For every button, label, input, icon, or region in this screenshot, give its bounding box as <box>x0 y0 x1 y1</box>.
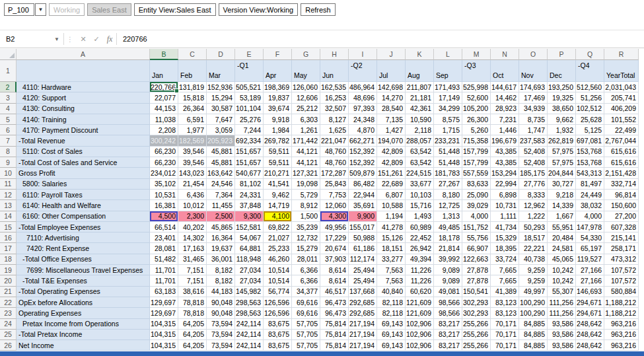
cell-I21[interactable]: 137,668 <box>349 287 377 297</box>
cell-C9[interactable]: 39,546 <box>178 157 207 168</box>
cell-H15[interactable]: 49,956 <box>320 222 349 232</box>
cell-C23[interactable]: 78,818 <box>178 308 207 318</box>
cell-P3[interactable]: 19,325 <box>548 92 576 103</box>
row-header-10[interactable]: 10 <box>0 168 17 178</box>
col-header-A[interactable]: A <box>17 49 150 60</box>
cell-F9[interactable]: 59,511 <box>264 157 292 168</box>
cell-H14[interactable]: 4,300 <box>320 211 349 222</box>
cancel-icon[interactable]: ✕ <box>77 35 90 44</box>
cell-H6[interactable]: 1,625 <box>320 125 349 135</box>
cell-Q8[interactable]: 153,768 <box>576 147 604 157</box>
cell-K18[interactable]: 49,394 <box>406 254 434 265</box>
cell-G2[interactable]: 126,060 <box>292 82 320 92</box>
cell-Q24[interactable]: 248,642 <box>576 319 604 330</box>
cell-B22[interactable]: 129,697 <box>150 297 178 308</box>
cell-L21[interactable]: 49,081 <box>434 287 462 297</box>
cell-J2[interactable]: 142,698 <box>377 82 406 92</box>
cell-L7[interactable]: 233,231 <box>434 135 462 146</box>
cell-G21[interactable]: 34,377 <box>292 287 320 297</box>
cell-D7[interactable]: 205,923 <box>207 135 235 146</box>
cell-M21[interactable]: 150,541 <box>462 287 491 297</box>
col-header-E[interactable]: E <box>235 49 264 60</box>
cell-K2[interactable]: 211,807 <box>406 82 434 92</box>
cell-L6[interactable]: 1,715 <box>434 125 462 135</box>
cell-P7[interactable]: 262,819 <box>548 135 576 146</box>
cell-G3[interactable]: 12,606 <box>292 92 320 103</box>
cell-P15[interactable]: 55,951 <box>548 222 576 232</box>
cell-O17[interactable]: 22,221 <box>519 243 548 254</box>
cell-L18[interactable]: 39,992 <box>434 254 462 265</box>
cell-E21[interactable]: 145,982 <box>235 287 264 297</box>
cell-L19[interactable]: 9,089 <box>434 265 462 275</box>
cell-Q12[interactable]: 24,449 <box>576 190 604 200</box>
cell-J1[interactable]: Jul <box>377 60 406 82</box>
cell-F10[interactable]: 210,271 <box>264 168 292 178</box>
cell-A14[interactable]: 6160: Other Compensation <box>17 211 150 222</box>
cell-G10[interactable]: 127,321 <box>292 168 320 178</box>
cell-Q17[interactable]: 65,197 <box>576 243 604 254</box>
cell-M11[interactable]: 83,633 <box>462 179 491 190</box>
cell-I24[interactable]: 217,194 <box>349 319 377 330</box>
cell-G9[interactable]: 44,121 <box>292 157 320 168</box>
cell-H25[interactable]: 75,814 <box>320 330 349 340</box>
cell-K14[interactable]: 1,493 <box>406 211 434 222</box>
cell-J7[interactable]: 194,070 <box>377 135 406 146</box>
cell-L12[interactable]: 8,180 <box>434 190 462 200</box>
cell-I4[interactable]: 97,393 <box>349 104 377 114</box>
cell-M5[interactable]: 26,300 <box>462 114 491 125</box>
cell-C1[interactable]: Feb <box>178 60 207 82</box>
cell-R25[interactable]: 963,216 <box>604 330 639 340</box>
cell-K9[interactable]: 63,542 <box>406 157 434 168</box>
cell-O25[interactable]: 84,885 <box>519 330 548 340</box>
cell-C12[interactable]: 6,436 <box>178 190 207 200</box>
cell-I8[interactable]: 152,392 <box>349 147 377 157</box>
cell-J12[interactable]: 6,807 <box>377 190 406 200</box>
cell-B8[interactable]: 66,230 <box>150 147 178 157</box>
cell-K20[interactable]: 11,226 <box>406 275 434 286</box>
cell-O3[interactable]: 17,469 <box>519 92 548 103</box>
cell-E1[interactable]: -Q1 <box>235 60 264 82</box>
cell-A15[interactable]: -Total Employee Expenses <box>17 222 150 232</box>
cell-J6[interactable]: 1,427 <box>377 125 406 135</box>
cell-Q21[interactable]: 146,693 <box>576 287 604 297</box>
cell-I17[interactable]: 61,186 <box>349 243 377 254</box>
cell-I5[interactable]: 24,348 <box>349 114 377 125</box>
cell-K16[interactable]: 22,452 <box>406 232 434 243</box>
cell-Q22[interactable]: 294,671 <box>576 297 604 308</box>
cell-M19[interactable]: 27,878 <box>462 265 491 275</box>
cell-G22[interactable]: 69,616 <box>292 297 320 308</box>
row-header-18[interactable]: 18 <box>0 254 17 265</box>
cell-R26[interactable]: 963,216 <box>604 340 639 351</box>
cell-E13[interactable]: 37,848 <box>235 200 264 211</box>
cell-D15[interactable]: 45,865 <box>207 222 235 232</box>
cell-O19[interactable]: 9,259 <box>519 265 548 275</box>
cell-L25[interactable]: 83,217 <box>434 330 462 340</box>
cell-F22[interactable]: 126,596 <box>264 297 292 308</box>
cell-A5[interactable]: 4140: Training <box>17 114 150 125</box>
cell-A2[interactable]: 4110: Hardware <box>17 82 150 92</box>
cell-N2[interactable]: 144,617 <box>491 82 519 92</box>
insert-function-icon[interactable]: fx <box>103 34 116 44</box>
cell-Q4[interactable]: 102,512 <box>576 104 604 114</box>
cell-M10[interactable]: 557,559 <box>462 168 491 178</box>
cell-B12[interactable]: 10,531 <box>150 190 178 200</box>
cell-P8[interactable]: 57,975 <box>548 147 576 157</box>
cell-K23[interactable]: 121,609 <box>406 308 434 318</box>
cell-P5[interactable]: 9,662 <box>548 114 576 125</box>
cell-D4[interactable]: 30,587 <box>207 104 235 114</box>
cell-A22[interactable]: OpEx before Allocations <box>17 297 150 308</box>
cell-F13[interactable]: 14,719 <box>264 200 292 211</box>
cell-C26[interactable]: 64,205 <box>178 340 207 351</box>
cell-F12[interactable]: 9,462 <box>264 190 292 200</box>
cell-D19[interactable]: 8,182 <box>207 265 235 275</box>
cell-Q6[interactable]: 5,125 <box>576 125 604 135</box>
cell-H13[interactable]: 12,060 <box>320 200 349 211</box>
cell-A11[interactable]: 5800: Salaries <box>17 179 150 190</box>
cell-D2[interactable]: 152,936 <box>207 82 235 92</box>
cell-B23[interactable]: 129,697 <box>150 308 178 318</box>
col-header-K[interactable]: K <box>406 49 434 60</box>
cell-F26[interactable]: 83,675 <box>264 340 292 351</box>
cell-B25[interactable]: 104,315 <box>150 330 178 340</box>
cell-H10[interactable]: 172,287 <box>320 168 349 178</box>
cell-O8[interactable]: 52,408 <box>519 147 548 157</box>
